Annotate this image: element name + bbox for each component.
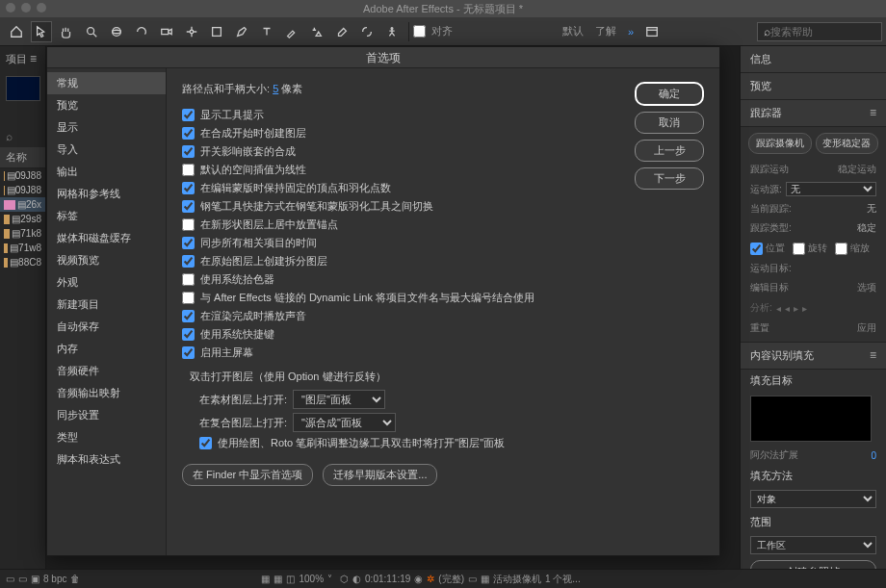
folder-icon[interactable]: ▭ [18, 574, 27, 584]
pref-checkbox-o14[interactable] [182, 346, 195, 359]
pref-category[interactable]: 音频硬件 [47, 360, 166, 382]
grid-icon[interactable]: ▦ [274, 574, 282, 584]
panel-menu-icon[interactable]: ≡ [870, 348, 876, 363]
project-item[interactable]: ▤29s8 [0, 212, 45, 226]
workspace-more-icon[interactable]: » [628, 26, 634, 38]
project-item[interactable]: ▤26x [0, 197, 45, 212]
fill-method-select[interactable]: 对象 [750, 490, 876, 508]
pref-category[interactable]: 预览 [47, 94, 166, 116]
pref-checkbox-o2[interactable] [182, 127, 195, 140]
hand-tool-icon[interactable] [56, 21, 77, 42]
anchor-tool-icon[interactable] [181, 21, 202, 42]
comp-icon[interactable]: ▣ [31, 574, 39, 584]
bpc-label[interactable]: 8 bpc [43, 574, 66, 584]
mask-icon[interactable]: ◫ [286, 574, 295, 584]
play-back-icon[interactable]: ◂ [785, 303, 790, 314]
pref-checkbox-o9[interactable] [182, 255, 195, 268]
roto-tool-icon[interactable] [356, 21, 378, 42]
panel-menu-icon[interactable]: ≡ [870, 106, 876, 120]
pref-checkbox-o13[interactable] [182, 328, 195, 341]
project-item[interactable]: ▤88C8 [0, 255, 45, 269]
alpha-icon[interactable]: ▦ [261, 574, 270, 584]
alpha-expansion-value[interactable]: 0 [871, 450, 876, 461]
pref-checkbox-o5[interactable] [182, 182, 195, 194]
window-controls[interactable] [6, 3, 46, 13]
pref-checkbox-o12[interactable] [182, 310, 195, 322]
pref-category[interactable]: 常规 [47, 72, 166, 94]
views-value[interactable]: 1 个视... [545, 573, 581, 586]
camera-value[interactable]: 活动摄像机 [493, 573, 541, 586]
pen-tool-icon[interactable] [231, 21, 252, 42]
pref-checkbox-o7[interactable] [182, 218, 195, 231]
rotate-tool-icon[interactable] [131, 21, 152, 42]
pref-checkbox-o11[interactable] [182, 292, 195, 304]
range-select[interactable]: 工作区 [750, 536, 876, 554]
bin-icon[interactable]: ▭ [6, 574, 14, 584]
pref-category[interactable]: 媒体和磁盘缓存 [47, 227, 166, 249]
composite-icon[interactable]: ⬡ [340, 574, 349, 584]
rotation-checkbox[interactable] [793, 243, 805, 255]
prev-button[interactable]: 上一步 [635, 140, 704, 162]
search-icon[interactable]: ⌕ [6, 130, 13, 143]
camera-tool-icon[interactable] [156, 21, 177, 42]
color-icon[interactable]: ✲ [427, 574, 434, 584]
project-item[interactable]: ▤09J88 [0, 168, 45, 183]
pref-category[interactable]: 导入 [47, 139, 166, 161]
orbit-tool-icon[interactable] [106, 21, 127, 42]
workspace-default[interactable]: 默认 [562, 24, 584, 38]
play-fwd-icon[interactable]: ▸ [794, 303, 798, 314]
pref-category[interactable]: 类型 [47, 426, 166, 448]
migrate-settings-button[interactable]: 迁移早期版本设置... [323, 464, 437, 486]
exposure-icon[interactable]: ◐ [352, 574, 361, 584]
paint-dblclick-checkbox[interactable] [199, 437, 212, 449]
preview-panel-tab[interactable]: 预览 [750, 79, 771, 93]
tracker-panel-tab[interactable]: 跟踪器 [750, 106, 782, 120]
path-size-value[interactable]: 5 [273, 83, 278, 94]
content-aware-fill-tab[interactable]: 内容识别填充 [750, 348, 814, 363]
track-camera-button[interactable]: 跟踪摄像机 [748, 133, 812, 154]
snapshot-icon[interactable]: ◉ [414, 574, 423, 584]
pref-checkbox-o8[interactable] [182, 237, 195, 249]
next-button[interactable]: 下一步 [635, 167, 704, 190]
clone-tool-icon[interactable] [306, 21, 327, 42]
pref-checkbox-o1[interactable] [182, 109, 195, 121]
name-column-header[interactable]: 名称 [0, 147, 45, 168]
motion-source-select[interactable]: 无 [786, 182, 876, 196]
pref-checkbox-o4[interactable] [182, 164, 195, 176]
pref-checkbox-o6[interactable] [182, 200, 195, 213]
step-fwd-icon[interactable]: ▸ [802, 303, 807, 314]
home-icon[interactable] [6, 21, 27, 42]
snap-checkbox[interactable] [413, 25, 426, 38]
ok-button[interactable]: 确定 [635, 82, 704, 106]
shape-tool-icon[interactable] [206, 21, 227, 42]
select-tool-icon[interactable] [31, 21, 52, 42]
transparency-icon[interactable]: ▦ [481, 574, 489, 584]
chevron-down-icon[interactable]: ˅ [327, 574, 332, 584]
zoom-value[interactable]: 100% [299, 574, 324, 584]
step-back-icon[interactable]: ◂ [776, 303, 781, 314]
position-checkbox[interactable] [750, 243, 763, 255]
cancel-button[interactable]: 取消 [635, 112, 704, 134]
project-tab[interactable]: 项目 [6, 53, 27, 64]
roi-icon[interactable]: ▭ [468, 574, 477, 584]
trash-icon[interactable]: 🗑 [70, 574, 80, 584]
panel-menu-icon[interactable] [641, 21, 663, 42]
pref-checkbox-o10[interactable] [182, 273, 195, 286]
project-item[interactable]: ▤71k8 [0, 226, 45, 241]
pref-checkbox-o3[interactable] [182, 145, 195, 158]
pref-category[interactable]: 外观 [47, 271, 166, 294]
show-in-finder-button[interactable]: 在 Finder 中显示首选项 [182, 464, 313, 486]
timecode-value[interactable]: 0:01:11:19 [365, 574, 410, 584]
pref-category[interactable]: 网格和参考线 [47, 183, 166, 205]
asset-thumbnail[interactable] [6, 76, 40, 101]
pref-category[interactable]: 音频输出映射 [47, 382, 166, 404]
pref-category[interactable]: 标签 [47, 205, 166, 227]
pref-category[interactable]: 内存 [47, 338, 166, 360]
workspace-learn[interactable]: 了解 [595, 24, 616, 38]
zoom-tool-icon[interactable] [81, 21, 102, 42]
comp-open-select[interactable]: "源合成"面板 [293, 413, 396, 432]
panel-menu-icon[interactable]: ≡ [30, 52, 37, 65]
text-tool-icon[interactable] [256, 21, 277, 42]
pref-category[interactable]: 新建项目 [47, 294, 166, 316]
help-search-input[interactable] [770, 26, 867, 38]
